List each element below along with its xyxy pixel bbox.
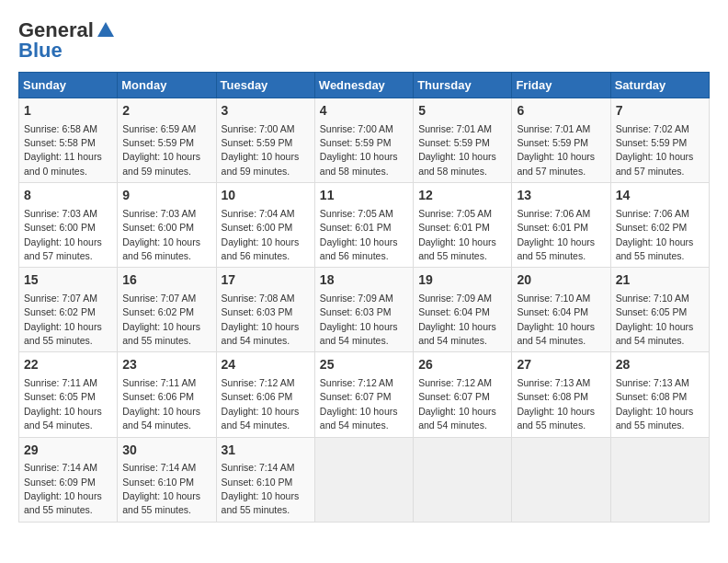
- calendar-day-17: 17Sunrise: 7:08 AMSunset: 6:03 PMDayligh…: [216, 268, 314, 352]
- header: General Blue: [18, 18, 710, 63]
- day-content: Sunrise: 7:12 AMSunset: 6:06 PMDaylight:…: [222, 377, 300, 431]
- day-number: 23: [122, 356, 210, 374]
- day-number: 11: [320, 187, 408, 205]
- day-number: 24: [222, 356, 310, 374]
- day-content: Sunrise: 7:12 AMSunset: 6:07 PMDaylight:…: [320, 377, 398, 431]
- calendar-week-row: 1Sunrise: 6:58 AMSunset: 5:58 PMDaylight…: [19, 98, 710, 183]
- day-content: Sunrise: 7:04 AMSunset: 6:00 PMDaylight:…: [222, 208, 300, 261]
- day-number: 1: [24, 102, 112, 121]
- day-content: Sunrise: 7:00 AMSunset: 5:59 PMDaylight:…: [222, 123, 300, 177]
- day-content: Sunrise: 7:01 AMSunset: 5:59 PMDaylight:…: [418, 123, 496, 177]
- day-content: Sunrise: 7:09 AMSunset: 6:04 PMDaylight:…: [418, 293, 496, 346]
- calendar-day-21: 21Sunrise: 7:10 AMSunset: 6:05 PMDayligh…: [610, 268, 709, 352]
- day-content: Sunrise: 7:03 AMSunset: 6:00 PMDaylight:…: [122, 208, 200, 261]
- day-header-wednesday: Wednesday: [314, 73, 413, 98]
- calendar-day-1: 1Sunrise: 6:58 AMSunset: 5:58 PMDaylight…: [19, 98, 118, 183]
- day-header-sunday: Sunday: [19, 73, 118, 98]
- calendar-week-row: 22Sunrise: 7:11 AMSunset: 6:05 PMDayligh…: [19, 352, 710, 437]
- calendar-day-28: 28Sunrise: 7:13 AMSunset: 6:08 PMDayligh…: [610, 352, 709, 437]
- day-content: Sunrise: 7:09 AMSunset: 6:03 PMDaylight:…: [320, 293, 398, 346]
- calendar-day-20: 20Sunrise: 7:10 AMSunset: 6:04 PMDayligh…: [512, 268, 610, 352]
- calendar-day-29: 29Sunrise: 7:14 AMSunset: 6:09 PMDayligh…: [19, 437, 118, 522]
- day-content: Sunrise: 7:08 AMSunset: 6:03 PMDaylight:…: [222, 293, 300, 346]
- day-content: Sunrise: 6:58 AMSunset: 5:58 PMDaylight:…: [24, 123, 102, 177]
- day-number: 7: [616, 102, 704, 121]
- logo-blue-text: Blue: [18, 39, 63, 63]
- calendar-day-15: 15Sunrise: 7:07 AMSunset: 6:02 PMDayligh…: [19, 268, 118, 352]
- day-number: 30: [122, 442, 210, 460]
- calendar-day-22: 22Sunrise: 7:11 AMSunset: 6:05 PMDayligh…: [19, 352, 118, 437]
- day-number: 29: [24, 442, 112, 460]
- day-content: Sunrise: 7:13 AMSunset: 6:08 PMDaylight:…: [517, 377, 595, 431]
- day-number: 10: [222, 187, 310, 205]
- calendar-day-7: 7Sunrise: 7:02 AMSunset: 5:59 PMDaylight…: [610, 98, 709, 183]
- day-content: Sunrise: 6:59 AMSunset: 5:59 PMDaylight:…: [122, 123, 200, 177]
- day-number: 17: [222, 271, 310, 290]
- day-number: 26: [418, 356, 506, 374]
- calendar-day-8: 8Sunrise: 7:03 AMSunset: 6:00 PMDaylight…: [19, 183, 118, 268]
- day-header-tuesday: Tuesday: [216, 73, 314, 98]
- calendar-empty-cell: [610, 437, 709, 522]
- day-content: Sunrise: 7:10 AMSunset: 6:04 PMDaylight:…: [517, 293, 595, 346]
- day-content: Sunrise: 7:10 AMSunset: 6:05 PMDaylight:…: [616, 293, 694, 346]
- calendar-day-31: 31Sunrise: 7:14 AMSunset: 6:10 PMDayligh…: [216, 437, 314, 522]
- svg-marker-0: [97, 22, 114, 37]
- calendar-header-row: SundayMondayTuesdayWednesdayThursdayFrid…: [19, 73, 710, 98]
- day-content: Sunrise: 7:14 AMSunset: 6:10 PMDaylight:…: [222, 462, 300, 515]
- calendar-day-16: 16Sunrise: 7:07 AMSunset: 6:02 PMDayligh…: [118, 268, 216, 352]
- day-content: Sunrise: 7:00 AMSunset: 5:59 PMDaylight:…: [320, 123, 398, 177]
- day-number: 21: [616, 271, 704, 290]
- day-number: 18: [320, 271, 408, 290]
- day-number: 8: [24, 187, 112, 205]
- calendar-day-18: 18Sunrise: 7:09 AMSunset: 6:03 PMDayligh…: [314, 268, 413, 352]
- day-content: Sunrise: 7:11 AMSunset: 6:06 PMDaylight:…: [122, 377, 200, 431]
- calendar-day-14: 14Sunrise: 7:06 AMSunset: 6:02 PMDayligh…: [610, 183, 709, 268]
- day-content: Sunrise: 7:02 AMSunset: 5:59 PMDaylight:…: [616, 123, 694, 177]
- calendar-day-12: 12Sunrise: 7:05 AMSunset: 6:01 PMDayligh…: [414, 183, 512, 268]
- calendar-day-30: 30Sunrise: 7:14 AMSunset: 6:10 PMDayligh…: [118, 437, 216, 522]
- day-number: 20: [517, 271, 605, 290]
- day-number: 16: [122, 271, 210, 290]
- calendar-week-row: 15Sunrise: 7:07 AMSunset: 6:02 PMDayligh…: [19, 268, 710, 352]
- calendar-day-6: 6Sunrise: 7:01 AMSunset: 5:59 PMDaylight…: [512, 98, 610, 183]
- day-content: Sunrise: 7:06 AMSunset: 6:02 PMDaylight:…: [616, 208, 694, 261]
- calendar-day-11: 11Sunrise: 7:05 AMSunset: 6:01 PMDayligh…: [314, 183, 413, 268]
- day-number: 14: [616, 187, 704, 205]
- day-number: 31: [222, 442, 310, 460]
- day-number: 25: [320, 356, 408, 374]
- day-content: Sunrise: 7:07 AMSunset: 6:02 PMDaylight:…: [24, 293, 102, 346]
- day-content: Sunrise: 7:11 AMSunset: 6:05 PMDaylight:…: [24, 377, 102, 431]
- day-number: 15: [24, 271, 112, 290]
- day-number: 22: [24, 356, 112, 374]
- calendar-day-26: 26Sunrise: 7:12 AMSunset: 6:07 PMDayligh…: [414, 352, 512, 437]
- day-content: Sunrise: 7:12 AMSunset: 6:07 PMDaylight:…: [418, 377, 496, 431]
- day-content: Sunrise: 7:01 AMSunset: 5:59 PMDaylight:…: [517, 123, 595, 177]
- calendar-day-10: 10Sunrise: 7:04 AMSunset: 6:00 PMDayligh…: [216, 183, 314, 268]
- day-number: 9: [122, 187, 210, 205]
- day-content: Sunrise: 7:13 AMSunset: 6:08 PMDaylight:…: [616, 377, 694, 431]
- day-number: 28: [616, 356, 704, 374]
- day-number: 19: [418, 271, 506, 290]
- day-header-friday: Friday: [512, 73, 610, 98]
- calendar-day-27: 27Sunrise: 7:13 AMSunset: 6:08 PMDayligh…: [512, 352, 610, 437]
- calendar-day-19: 19Sunrise: 7:09 AMSunset: 6:04 PMDayligh…: [414, 268, 512, 352]
- calendar-day-3: 3Sunrise: 7:00 AMSunset: 5:59 PMDaylight…: [216, 98, 314, 183]
- day-header-saturday: Saturday: [610, 73, 709, 98]
- calendar-day-9: 9Sunrise: 7:03 AMSunset: 6:00 PMDaylight…: [118, 183, 216, 268]
- calendar-empty-cell: [512, 437, 610, 522]
- calendar-day-25: 25Sunrise: 7:12 AMSunset: 6:07 PMDayligh…: [314, 352, 413, 437]
- logo-icon: [96, 20, 116, 40]
- day-header-monday: Monday: [118, 73, 216, 98]
- day-number: 12: [418, 187, 506, 205]
- calendar-empty-cell: [414, 437, 512, 522]
- day-content: Sunrise: 7:07 AMSunset: 6:02 PMDaylight:…: [122, 293, 200, 346]
- calendar-day-5: 5Sunrise: 7:01 AMSunset: 5:59 PMDaylight…: [414, 98, 512, 183]
- calendar-day-23: 23Sunrise: 7:11 AMSunset: 6:06 PMDayligh…: [118, 352, 216, 437]
- calendar-week-row: 29Sunrise: 7:14 AMSunset: 6:09 PMDayligh…: [19, 437, 710, 522]
- day-number: 3: [222, 102, 310, 121]
- day-content: Sunrise: 7:05 AMSunset: 6:01 PMDaylight:…: [418, 208, 496, 261]
- day-content: Sunrise: 7:05 AMSunset: 6:01 PMDaylight:…: [320, 208, 398, 261]
- day-number: 13: [517, 187, 605, 205]
- day-content: Sunrise: 7:03 AMSunset: 6:00 PMDaylight:…: [24, 208, 102, 261]
- calendar-empty-cell: [314, 437, 413, 522]
